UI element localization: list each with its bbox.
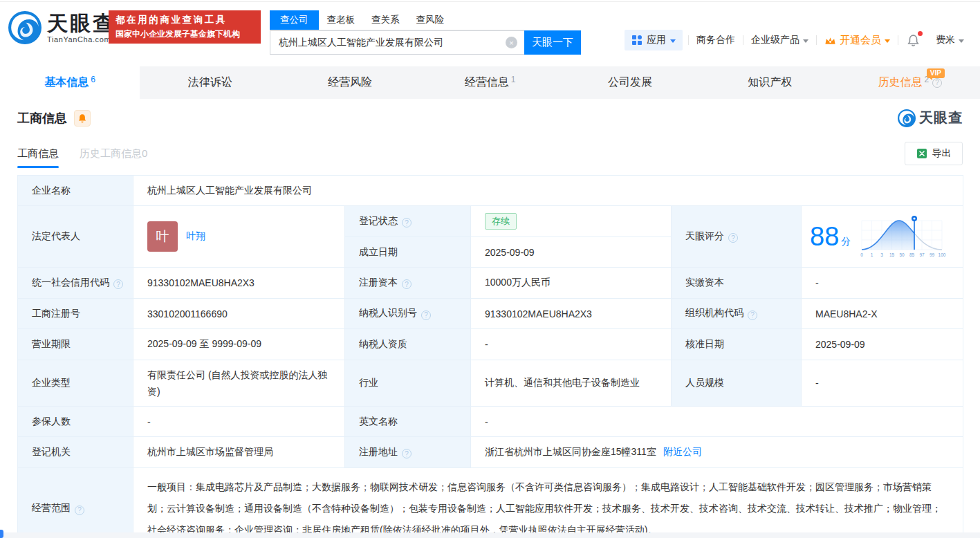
nav-cooperation[interactable]: 商务合作 bbox=[689, 34, 743, 46]
industry-value: 计算机、通信和其他电子设备制造业 bbox=[471, 360, 672, 407]
tianyan-score-cell[interactable]: 88 分 bbox=[802, 206, 963, 268]
side-toolbar-edge[interactable] bbox=[0, 530, 3, 538]
help-icon[interactable]: ? bbox=[932, 78, 942, 88]
tab-history-info[interactable]: 历史信息 2 ? VIP bbox=[840, 66, 980, 99]
field-label: 参保人数 bbox=[18, 407, 133, 437]
nav-user-menu[interactable]: 费米 bbox=[928, 34, 972, 46]
legal-rep-link[interactable]: 叶翔 bbox=[186, 230, 205, 243]
clear-search-icon[interactable]: × bbox=[506, 37, 517, 48]
logo-domain-text: TianYanCha.com bbox=[47, 35, 115, 44]
vip-badge: VIP bbox=[927, 68, 945, 78]
help-icon[interactable]: ? bbox=[728, 233, 738, 243]
field-label: 组织机构代码? bbox=[672, 299, 802, 329]
tab-legal-litigation[interactable]: 法律诉讼 bbox=[140, 66, 279, 99]
tab-label: 法律诉讼 bbox=[188, 75, 232, 90]
notification-dot bbox=[918, 31, 923, 36]
promo-banner: 都在用的商业查询工具 国家中小企业发展子基金旗下机构 bbox=[109, 10, 261, 44]
chevron-down-icon bbox=[885, 39, 890, 43]
table-row: 法定代表人 叶 叶翔 登记状态? 存续 天眼评分? 88 分 bbox=[18, 206, 963, 237]
table-row: 营业期限 2025-09-09 至 9999-09-09 纳税人资质 - 核准日… bbox=[18, 329, 963, 360]
help-icon[interactable]: ? bbox=[421, 310, 431, 320]
tab-label: 经营信息 bbox=[465, 75, 509, 90]
subtab-business-info[interactable]: 工商信息 bbox=[17, 147, 59, 160]
apps-menu[interactable]: 应用 bbox=[625, 30, 683, 50]
business-info-table: 企业名称 杭州上城区人工智能产业发展有限公司 法定代表人 叶 叶翔 登记状态? … bbox=[17, 175, 963, 538]
table-row: 参保人数 - 英文名称 - bbox=[18, 407, 963, 437]
help-icon[interactable]: ? bbox=[402, 279, 412, 289]
vip-label: 开通会员 bbox=[840, 34, 881, 47]
status-badge: 存续 bbox=[485, 213, 517, 230]
english-name-value: - bbox=[471, 407, 963, 437]
tab-operating-risk[interactable]: 经营风险 bbox=[280, 66, 420, 99]
field-label: 纳税人资质 bbox=[345, 329, 471, 360]
staff-size-value: - bbox=[802, 360, 963, 407]
field-label: 核准日期 bbox=[672, 329, 802, 360]
search-tab-boss[interactable]: 查老板 bbox=[319, 10, 364, 30]
crown-icon bbox=[824, 35, 836, 46]
table-row: 登记机关 杭州市上城区市场监督管理局 注册地址? 浙江省杭州市上城区同协金座15… bbox=[18, 437, 963, 468]
notifications-button[interactable] bbox=[898, 34, 928, 47]
establish-date-value: 2025-09-09 bbox=[471, 237, 672, 268]
business-scope-value: 一般项目：集成电路芯片及产品制造；大数据服务；物联网技术研发；信息咨询服务（不含… bbox=[133, 468, 963, 538]
field-label: 法定代表人 bbox=[18, 206, 133, 268]
tianyancha-logo[interactable]: 天眼查 TianYanCha.com bbox=[8, 11, 115, 44]
tab-label: 公司发展 bbox=[608, 75, 652, 90]
tab-intellectual-property[interactable]: 知识产权 bbox=[700, 66, 840, 99]
business-term-value: 2025-09-09 至 9999-09-09 bbox=[133, 329, 345, 360]
field-label: 注册地址? bbox=[345, 437, 471, 468]
reg-number-value: 330102001166690 bbox=[133, 299, 345, 329]
tab-basic-info[interactable]: 基本信息 6 bbox=[0, 66, 140, 99]
search-tab-company[interactable]: 查公司 bbox=[270, 10, 319, 30]
score-distribution-chart: 0 1 3 15 50 85 97 99 100 bbox=[858, 214, 946, 259]
promo-line-2: 国家中小企业发展子基金旗下机构 bbox=[115, 28, 254, 40]
field-label: 登记机关 bbox=[18, 437, 133, 468]
help-icon[interactable]: ? bbox=[402, 218, 412, 228]
subtab-history-business-info[interactable]: 历史工商信息0 bbox=[80, 147, 147, 160]
approval-date-value: 2025-09-09 bbox=[802, 329, 963, 360]
search-button[interactable]: 天眼一下 bbox=[524, 30, 581, 55]
username: 费米 bbox=[936, 34, 955, 46]
table-row: 统一社会信用代码? 91330102MAEU8HA2X3 注册资本? 10000… bbox=[18, 268, 963, 299]
help-icon[interactable]: ? bbox=[113, 279, 123, 289]
help-icon[interactable]: ? bbox=[748, 310, 757, 320]
section-header: 工商信息 天眼查 bbox=[17, 109, 963, 127]
avatar[interactable]: 叶 bbox=[147, 221, 178, 252]
help-icon[interactable]: ? bbox=[402, 449, 412, 458]
search-tab-relation[interactable]: 查关系 bbox=[363, 10, 408, 30]
export-button[interactable]: 导出 bbox=[905, 142, 963, 165]
main-content: 工商信息 天眼查 工商信息 历史工商信息0 导出 bbox=[0, 109, 980, 538]
help-icon[interactable]: ? bbox=[75, 505, 84, 515]
field-label: 企业类型 bbox=[18, 360, 133, 407]
tab-operating-info[interactable]: 经营信息 1 bbox=[420, 66, 560, 99]
tab-company-development[interactable]: 公司发展 bbox=[560, 66, 700, 99]
tab-label: 经营风险 bbox=[328, 75, 372, 90]
tab-label: 基本信息 bbox=[44, 75, 89, 90]
svg-text:1: 1 bbox=[871, 252, 873, 257]
subtab-row: 工商信息 历史工商信息0 导出 bbox=[17, 142, 963, 165]
topbar: 天眼查 TianYanCha.com 都在用的商业查询工具 国家中小企业发展子基… bbox=[0, 0, 980, 66]
search-input[interactable] bbox=[270, 37, 495, 49]
svg-text:97: 97 bbox=[920, 252, 925, 257]
apps-label: 应用 bbox=[647, 34, 666, 46]
section-gap bbox=[0, 532, 980, 538]
search-tabs: 查公司 查老板 查关系 查风险 bbox=[270, 10, 524, 30]
table-row: 企业名称 杭州上城区人工智能产业发展有限公司 bbox=[18, 176, 963, 206]
search-tab-risk[interactable]: 查风险 bbox=[408, 10, 453, 30]
svg-text:50: 50 bbox=[900, 252, 905, 257]
subscribe-alert-button[interactable] bbox=[74, 110, 91, 127]
score-value: 88 bbox=[810, 223, 839, 250]
nav-enterprise[interactable]: 企业级产品 bbox=[743, 34, 816, 46]
tab-count: 1 bbox=[511, 75, 516, 84]
reg-address-value: 浙江省杭州市上城区同协金座15幢311室 bbox=[485, 446, 656, 458]
enterprise-label: 企业级产品 bbox=[751, 34, 799, 46]
nearby-companies-link[interactable]: 附近公司 bbox=[663, 446, 702, 458]
taxpayer-id-value: 91330102MAEU8HA2X3 bbox=[471, 299, 672, 329]
table-row: 企业类型 有限责任公司 (自然人投资或控股的法人独资) 行业 计算机、通信和其他… bbox=[18, 360, 963, 407]
field-label: 天眼评分? bbox=[672, 206, 802, 268]
svg-text:100: 100 bbox=[939, 252, 946, 257]
legal-rep-cell: 叶 叶翔 bbox=[133, 206, 345, 268]
nav-vip-upgrade[interactable]: 开通会员 bbox=[817, 34, 898, 47]
search-box: × bbox=[270, 30, 524, 55]
field-label: 营业期限 bbox=[18, 329, 133, 360]
logo-swirl-icon bbox=[898, 109, 916, 127]
